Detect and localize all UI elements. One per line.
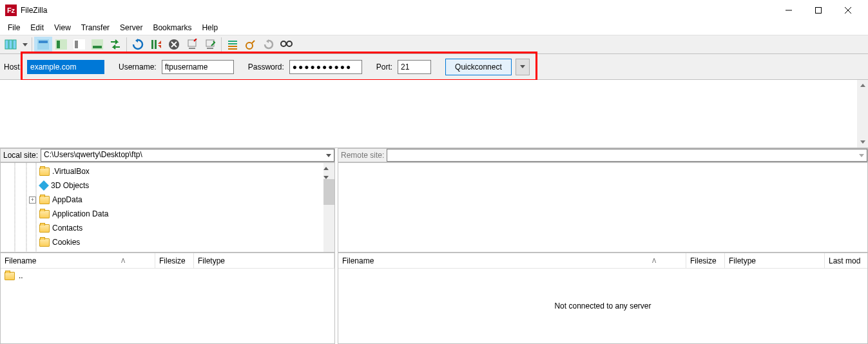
- maximize-button[interactable]: [804, 0, 833, 21]
- svg-marker-48: [859, 154, 864, 157]
- col-filetype[interactable]: Filetype: [194, 253, 334, 268]
- svg-rect-13: [75, 41, 78, 48]
- tree-item[interactable]: Cookies: [39, 235, 334, 249]
- tree-item-label: Contacts: [52, 224, 82, 233]
- tree-item[interactable]: Application Data: [39, 207, 334, 221]
- sync-browsing-icon[interactable]: [106, 37, 124, 52]
- close-button[interactable]: [833, 0, 863, 21]
- tree-scrollbar[interactable]: [323, 163, 334, 252]
- quickconnect-button[interactable]: Quickconnect: [445, 59, 512, 75]
- port-input[interactable]: [398, 60, 431, 74]
- svg-rect-18: [155, 40, 157, 49]
- svg-rect-5: [9, 40, 12, 49]
- quickconnect-history-dropdown[interactable]: [516, 59, 530, 75]
- svg-marker-7: [23, 43, 28, 46]
- local-file-list[interactable]: Filenameᐱ Filesize Filetype ..: [0, 253, 335, 344]
- menu-help[interactable]: Help: [197, 22, 223, 33]
- svg-rect-9: [39, 41, 48, 43]
- disconnect-icon[interactable]: [183, 37, 201, 52]
- scroll-up-icon[interactable]: [323, 163, 334, 172]
- toolbar: [0, 35, 868, 54]
- toggle-remote-tree-icon[interactable]: [70, 37, 88, 52]
- local-site-dropdown-icon[interactable]: [323, 149, 334, 161]
- password-input[interactable]: [289, 60, 362, 74]
- folder-icon: [39, 238, 50, 247]
- svg-rect-11: [57, 41, 60, 48]
- quickconnect-bar: Host: Username: Password: Port: Quickcon…: [0, 54, 868, 80]
- local-site-path[interactable]: C:\Users\qwerty\Desktop\ftp\: [41, 149, 334, 162]
- tree-item-label: 3D Objects: [51, 181, 89, 190]
- remote-site-dropdown-icon[interactable]: [856, 149, 867, 161]
- site-manager-icon[interactable]: [3, 37, 21, 52]
- svg-marker-41: [860, 140, 865, 144]
- menu-bookmarks[interactable]: Bookmarks: [148, 22, 197, 33]
- list-item[interactable]: ..: [1, 269, 334, 283]
- sort-asc-icon: ᐱ: [121, 258, 125, 264]
- col-filename[interactable]: Filenameᐱ: [1, 253, 155, 268]
- menubar: File Edit View Transfer Server Bookmarks…: [0, 21, 868, 35]
- svg-rect-17: [151, 40, 153, 49]
- svg-marker-16: [135, 39, 138, 43]
- svg-marker-39: [520, 65, 525, 68]
- svg-rect-27: [206, 40, 214, 46]
- toggle-local-tree-icon[interactable]: [52, 37, 70, 52]
- tree-item[interactable]: 3D Objects: [39, 178, 334, 193]
- tree-item-label: AppData: [52, 195, 82, 204]
- tree-item[interactable]: .VirtualBox: [39, 164, 334, 178]
- svg-marker-20: [158, 45, 161, 48]
- svg-marker-40: [860, 84, 865, 87]
- remote-file-list[interactable]: Filenameᐱ Filesize Filetype Last mod Not…: [338, 253, 868, 344]
- scroll-down-icon[interactable]: [857, 137, 868, 148]
- auto-sync-icon[interactable]: [260, 37, 278, 52]
- toggle-queue-icon[interactable]: [88, 37, 106, 52]
- app-logo-icon: Fz: [5, 5, 17, 16]
- refresh-icon[interactable]: [129, 37, 147, 52]
- compare-icon[interactable]: [242, 37, 260, 52]
- folder-icon: [39, 196, 50, 204]
- col-lastmod[interactable]: Last mod: [825, 253, 867, 268]
- log-scrollbar[interactable]: [857, 80, 868, 148]
- port-label: Port:: [376, 62, 392, 72]
- remote-tree[interactable]: [338, 162, 868, 253]
- svg-marker-35: [266, 39, 269, 43]
- process-queue-icon[interactable]: [147, 37, 165, 52]
- remote-empty-message: Not connected to any server: [338, 269, 867, 343]
- tree-item[interactable]: Contacts: [39, 221, 334, 235]
- svg-rect-4: [5, 40, 8, 49]
- menu-transfer[interactable]: Transfer: [76, 22, 115, 33]
- minimize-button[interactable]: [774, 0, 804, 21]
- menu-edit[interactable]: Edit: [25, 22, 49, 33]
- filter-icon[interactable]: [224, 37, 242, 52]
- search-icon[interactable]: [278, 37, 296, 52]
- message-log[interactable]: [0, 80, 868, 148]
- folder-icon: [39, 167, 50, 176]
- scrollbar-thumb[interactable]: [323, 179, 334, 205]
- tree-item[interactable]: +AppData: [39, 193, 334, 207]
- tree-item-label: .VirtualBox: [52, 167, 90, 176]
- menu-file[interactable]: File: [3, 22, 25, 33]
- col-filetype[interactable]: Filetype: [725, 253, 825, 268]
- col-filename[interactable]: Filenameᐱ: [338, 253, 686, 268]
- cancel-icon[interactable]: [165, 37, 183, 52]
- local-pane: Local site: C:\Users\qwerty\Desktop\ftp\…: [0, 148, 335, 344]
- local-tree[interactable]: .VirtualBox3D Objects+AppDataApplication…: [0, 162, 335, 253]
- menu-server[interactable]: Server: [115, 22, 148, 33]
- 3d-objects-icon: [39, 180, 49, 191]
- menu-view[interactable]: View: [49, 22, 76, 33]
- host-input[interactable]: [27, 60, 104, 74]
- svg-marker-42: [326, 154, 331, 157]
- remote-site-label: Remote site:: [338, 151, 387, 160]
- host-label: Host:: [4, 62, 22, 72]
- reconnect-icon[interactable]: [201, 37, 219, 52]
- username-input[interactable]: [162, 60, 234, 74]
- scroll-up-icon[interactable]: [857, 80, 868, 91]
- toggle-log-icon[interactable]: [34, 37, 52, 52]
- folder-icon: [39, 210, 50, 218]
- site-manager-dropdown-icon[interactable]: [21, 37, 30, 52]
- col-filesize[interactable]: Filesize: [686, 253, 725, 268]
- col-filesize[interactable]: Filesize: [155, 253, 194, 268]
- remote-site-path[interactable]: [387, 149, 867, 162]
- expander-icon[interactable]: +: [29, 196, 36, 204]
- titlebar: Fz FileZilla: [0, 0, 868, 21]
- svg-rect-15: [93, 46, 102, 48]
